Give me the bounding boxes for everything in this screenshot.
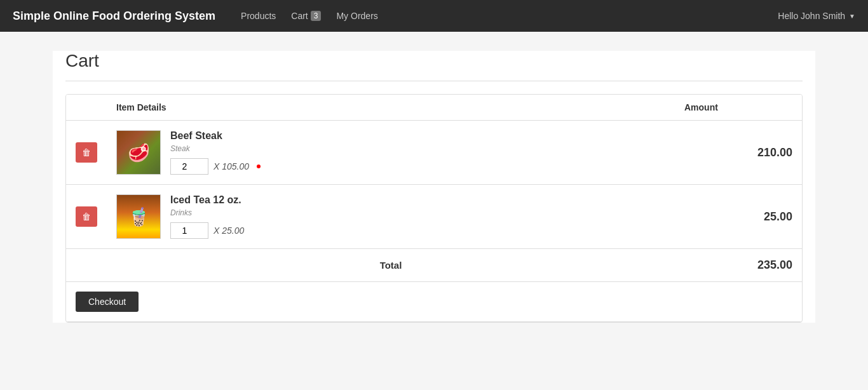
col-header-amount: Amount [675,95,802,121]
item-image-2: 🧋 [116,194,161,239]
col-header-delete [66,95,107,121]
total-value: 235.00 [675,249,802,282]
delete-button-2[interactable]: 🗑 [76,206,97,227]
checkout-button[interactable]: Checkout [76,292,139,312]
delete-cell-1: 🗑 [66,121,107,185]
nav-links: Products Cart 3 My Orders [234,7,778,25]
item-category-2: Drinks [170,208,244,217]
unit-price-2: X 25.00 [214,225,244,236]
cart-label: Cart [291,11,308,21]
item-image-1: 🥩 [116,130,161,175]
red-dot-indicator [257,165,261,168]
col-header-item-details: Item Details [107,95,675,121]
item-details-cell-2: 🧋Iced Tea 12 oz.DrinksX 25.00 [107,185,675,249]
delete-button-1[interactable]: 🗑 [76,142,97,163]
cart-table: Item Details Amount 🗑🥩Beef SteakSteakX 1… [66,95,802,322]
item-name-1: Beef Steak [170,130,261,142]
brand-title: Simple Online Food Ordering System [13,10,215,23]
user-menu[interactable]: Hello John Smith ▼ [778,11,855,21]
cart-count-badge: 3 [311,11,322,21]
table-header-row: Item Details Amount [66,95,802,121]
title-divider [65,81,803,81]
cart-container: Item Details Amount 🗑🥩Beef SteakSteakX 1… [65,94,803,323]
table-row: 🗑🥩Beef SteakSteakX 105.00210.00 [66,121,802,185]
item-category-1: Steak [170,144,261,153]
total-row: Total 235.00 [66,249,802,282]
user-greeting: Hello John Smith [778,11,845,21]
page-content: Cart Item Details Amount 🗑🥩Beef SteakSte… [53,51,815,323]
user-dropdown-arrow: ▼ [849,13,855,20]
nav-my-orders[interactable]: My Orders [330,7,384,25]
item-amount-2: 25.00 [675,185,802,249]
navbar: Simple Online Food Ordering System Produ… [0,0,868,32]
checkout-cell: Checkout [66,282,802,322]
quantity-input-1[interactable] [170,158,208,175]
checkout-row: Checkout [66,282,802,322]
quantity-input-2[interactable] [170,222,208,239]
page-title: Cart [65,51,803,71]
item-name-2: Iced Tea 12 oz. [170,194,244,206]
delete-cell-2: 🗑 [66,185,107,249]
total-label: Total [107,249,675,282]
table-row: 🗑🧋Iced Tea 12 oz.DrinksX 25.0025.00 [66,185,802,249]
unit-price-1: X 105.00 [214,161,249,171]
item-amount-1: 210.00 [675,121,802,185]
total-empty-cell [66,249,107,282]
nav-products[interactable]: Products [234,7,282,25]
nav-cart[interactable]: Cart 3 [285,7,327,25]
item-details-cell-1: 🥩Beef SteakSteakX 105.00 [107,121,675,185]
